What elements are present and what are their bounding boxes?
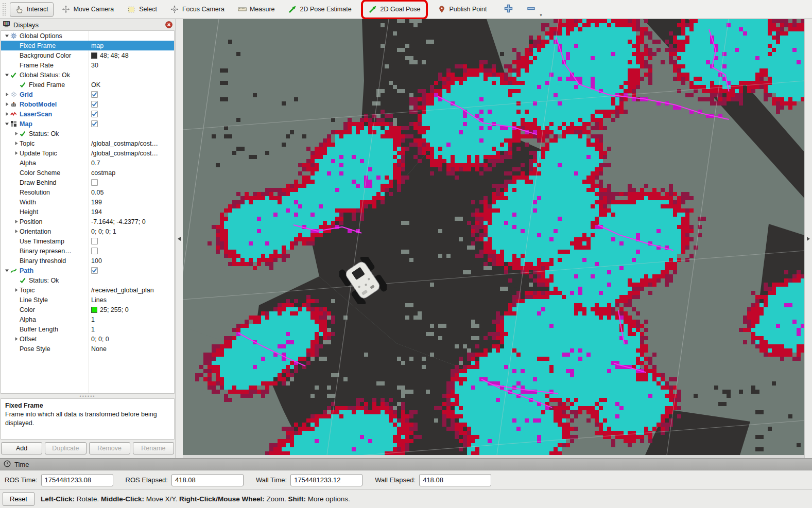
wall-time-input[interactable]: [290, 474, 362, 486]
add-tool-button[interactable]: [500, 2, 516, 16]
property-value-cell[interactable]: 1: [89, 326, 174, 333]
property-value-cell[interactable]: 1: [89, 316, 174, 323]
expander-icon[interactable]: [12, 151, 20, 155]
property-value-cell[interactable]: [89, 120, 174, 127]
property-value-cell[interactable]: [89, 179, 174, 186]
display-row-map[interactable]: Map: [1, 119, 174, 129]
reset-button[interactable]: Reset: [3, 492, 34, 506]
display-row-grid[interactable]: Grid: [1, 90, 174, 99]
3d-viewport[interactable]: [183, 19, 804, 455]
display-row-fixed-frame[interactable]: Fixed Framemap: [1, 41, 174, 50]
display-row-offset[interactable]: Offset0; 0; 0: [1, 334, 174, 344]
display-row-alpha[interactable]: Alpha0.7: [1, 158, 174, 168]
property-value-cell[interactable]: 0.05: [89, 189, 174, 196]
toolbar-drag-handle[interactable]: [2, 3, 6, 16]
display-row-buffer-length[interactable]: Buffer Length1: [1, 324, 174, 334]
property-value-cell[interactable]: [89, 248, 174, 254]
display-row-line-style[interactable]: Line StyleLines: [1, 295, 174, 305]
display-row-path[interactable]: Path: [1, 266, 174, 275]
property-value-cell[interactable]: map: [89, 42, 174, 49]
ros-elapsed-input[interactable]: [171, 474, 244, 486]
remove-button[interactable]: Remove: [89, 442, 130, 454]
property-value-cell[interactable]: /global_costmap/cost…: [89, 140, 174, 147]
property-value-cell[interactable]: [89, 91, 174, 98]
remove-tool-button[interactable]: ▾: [523, 2, 539, 16]
display-row-orientation[interactable]: Orientation0; 0; 0; 1: [1, 226, 174, 236]
visibility-checkbox-checked[interactable]: [91, 267, 98, 274]
display-row-topic[interactable]: Topic/global_costmap/cost…: [1, 138, 174, 148]
costmap-canvas[interactable]: [183, 19, 804, 455]
property-value-cell[interactable]: 199: [89, 199, 174, 206]
property-value-cell[interactable]: 30: [89, 62, 174, 69]
display-row-binary-threshold[interactable]: Binary threshold100: [1, 256, 174, 266]
display-row-topic[interactable]: Topic/received_global_plan: [1, 285, 174, 295]
tool-2d-goal-pose[interactable]: 2D Goal Pose: [364, 2, 426, 17]
property-value-cell[interactable]: 0.7: [89, 160, 174, 167]
visibility-checkbox-unchecked[interactable]: [91, 238, 98, 244]
expander-icon[interactable]: [3, 73, 10, 77]
display-row-draw-behind[interactable]: Draw Behind: [1, 178, 174, 187]
property-value-cell[interactable]: 194: [89, 208, 174, 216]
property-value-cell[interactable]: Lines: [89, 296, 174, 304]
display-row-color[interactable]: Color25; 255; 0: [1, 305, 174, 314]
add-button[interactable]: Add: [1, 442, 42, 454]
visibility-checkbox-unchecked[interactable]: [91, 179, 98, 186]
expander-icon[interactable]: [3, 112, 10, 116]
tool-interact[interactable]: Interact: [10, 2, 54, 17]
display-row-color-scheme[interactable]: Color Schemecostmap: [1, 168, 174, 178]
duplicate-button[interactable]: Duplicate: [45, 442, 86, 454]
property-value-cell[interactable]: [89, 101, 174, 108]
display-row-laserscan[interactable]: LaserScan: [1, 109, 174, 119]
property-value-cell[interactable]: [89, 238, 174, 244]
visibility-checkbox-checked[interactable]: [91, 111, 98, 117]
expander-icon[interactable]: [12, 229, 20, 234]
property-value-cell[interactable]: -7.1644; -4.2377; 0: [89, 218, 174, 225]
tool-2d-pose-estimate[interactable]: 2D Pose Estimate: [283, 2, 357, 17]
property-value-cell[interactable]: 100: [89, 257, 174, 265]
display-row-update-topic[interactable]: Update Topic/global_costmap/cost…: [1, 148, 174, 158]
display-row-background-color[interactable]: Background Color48; 48; 48: [1, 50, 174, 60]
close-panel-button[interactable]: [165, 21, 172, 29]
tool-move-camera[interactable]: Move Camera: [57, 2, 119, 17]
ros-time-input[interactable]: [41, 474, 113, 486]
display-row-status-ok[interactable]: Status: Ok: [1, 275, 174, 285]
expander-icon[interactable]: [3, 102, 10, 107]
expander-icon[interactable]: [3, 121, 10, 126]
panel-collapse-left[interactable]: [175, 19, 183, 458]
property-value-cell[interactable]: /received_global_plan: [89, 287, 174, 294]
property-value-cell[interactable]: [89, 267, 174, 274]
visibility-checkbox-checked[interactable]: [91, 120, 98, 127]
display-row-fixed-frame[interactable]: Fixed FrameOK: [1, 80, 174, 90]
rename-button[interactable]: Rename: [133, 442, 174, 454]
tool-select[interactable]: Select: [122, 2, 162, 17]
wall-elapsed-input[interactable]: [419, 474, 491, 486]
display-row-global-options[interactable]: Global Options: [1, 31, 174, 41]
display-row-status-ok[interactable]: Status: Ok: [1, 129, 174, 138]
expander-icon[interactable]: [12, 288, 20, 292]
expander-icon[interactable]: [3, 92, 10, 97]
property-value-cell[interactable]: costmap: [89, 169, 174, 177]
display-row-height[interactable]: Height194: [1, 207, 174, 217]
tool-focus-camera[interactable]: Focus Camera: [165, 2, 230, 17]
display-row-frame-rate[interactable]: Frame Rate30: [1, 60, 174, 70]
visibility-checkbox-unchecked[interactable]: [91, 248, 98, 254]
display-row-robotmodel[interactable]: RobotModel: [1, 99, 174, 109]
display-row-position[interactable]: Position-7.1644; -4.2377; 0: [1, 217, 174, 226]
expander-icon[interactable]: [12, 337, 20, 341]
display-row-binary-represen[interactable]: Binary represen…: [1, 246, 174, 256]
display-row-alpha[interactable]: Alpha1: [1, 314, 174, 324]
property-value-cell[interactable]: None: [89, 345, 174, 353]
display-row-use-timestamp[interactable]: Use Timestamp: [1, 236, 174, 246]
display-row-width[interactable]: Width199: [1, 197, 174, 207]
visibility-checkbox-checked[interactable]: [91, 91, 98, 98]
property-value-cell[interactable]: 0; 0; 0; 1: [89, 228, 174, 235]
display-row-pose-style[interactable]: Pose StyleNone: [1, 344, 174, 354]
panel-collapse-right[interactable]: [804, 19, 812, 458]
property-value-cell[interactable]: /global_costmap/cost…: [89, 150, 174, 157]
property-value-cell[interactable]: 25; 255; 0: [89, 306, 174, 313]
panel-splitter[interactable]: ••••••: [0, 394, 175, 398]
expander-icon[interactable]: [12, 131, 20, 136]
expander-icon[interactable]: [12, 141, 20, 146]
property-value-cell[interactable]: OK: [89, 81, 174, 89]
display-row-resolution[interactable]: Resolution0.05: [1, 187, 174, 197]
